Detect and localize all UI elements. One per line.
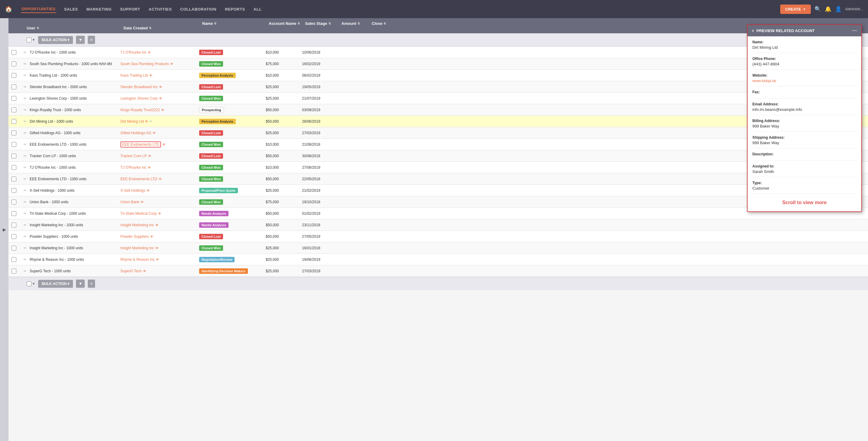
list-view-button-top[interactable]: ≡ xyxy=(88,36,95,44)
nav-item-activities[interactable]: ACTIVITIES xyxy=(148,6,173,13)
nav-item-all[interactable]: ALL xyxy=(253,6,262,13)
preview-eye-icon[interactable]: 👁 xyxy=(170,62,174,66)
row-checkbox[interactable] xyxy=(11,130,17,136)
row-account[interactable]: Insight Marketing Inc 👁 xyxy=(120,246,199,250)
account-link[interactable]: Tri-State Medical Corp xyxy=(120,211,157,216)
admin-label[interactable]: Administr... xyxy=(845,7,863,11)
row-checkbox[interactable] xyxy=(11,269,17,273)
preview-eye-icon[interactable]: 👁 xyxy=(148,166,151,169)
row-account[interactable]: SuperG Tech 👁 xyxy=(120,269,199,273)
row-account[interactable]: Tri-State Medical Corp 👁 xyxy=(120,211,199,216)
row-edit-icon[interactable]: ✏ xyxy=(24,108,30,112)
row-checkbox[interactable] xyxy=(11,257,17,262)
row-checkbox[interactable] xyxy=(11,165,17,170)
account-link[interactable]: TJ O'Rourke Inc xyxy=(120,50,147,55)
row-checkbox[interactable] xyxy=(11,61,17,66)
col-header-amount[interactable]: Amount ⇅ xyxy=(341,21,372,26)
account-link[interactable]: Slender Broadband Inc xyxy=(120,85,158,89)
preview-eye-icon[interactable]: 👁 xyxy=(161,108,164,112)
row-account[interactable]: EEE Endowments LTD 👁 xyxy=(120,142,199,147)
select-all-checkbox[interactable] xyxy=(27,37,31,42)
row-checkbox[interactable] xyxy=(11,73,17,78)
row-account[interactable]: Gifted Holdings AG 👁 xyxy=(120,131,199,135)
select-dropdown-arrow-bottom[interactable]: ▼ xyxy=(32,282,35,285)
row-account[interactable]: Slender Broadband Inc 👁 xyxy=(120,85,199,89)
row-checkbox[interactable] xyxy=(11,96,17,101)
row-edit-icon[interactable]: ✏ xyxy=(24,246,30,250)
row-edit-icon[interactable]: ✏ xyxy=(24,62,30,66)
col-header-date[interactable]: Date Created ⇅ xyxy=(123,26,202,30)
user-avatar-icon[interactable]: 👤 xyxy=(835,6,842,12)
nav-item-opportunities[interactable]: OPPORTUNITIES xyxy=(21,5,56,13)
row-account[interactable]: Dirt Mining Ltd 👁 ✏ xyxy=(120,119,199,124)
account-link[interactable]: Powder Suppliers xyxy=(120,234,149,239)
account-link[interactable]: TJ O'Rourke Inc xyxy=(120,165,147,170)
account-link[interactable]: Tracker Com LP xyxy=(120,154,147,158)
preview-eye-icon[interactable]: 👁 xyxy=(158,212,161,215)
row-edit-icon[interactable]: ✏ xyxy=(24,131,30,135)
preview-eye-icon[interactable]: 👁 xyxy=(155,246,159,250)
preview-eye-icon[interactable]: 👁 xyxy=(159,97,162,100)
preview-close-button[interactable]: — xyxy=(852,28,857,33)
row-edit-icon[interactable]: ✏ xyxy=(24,177,30,181)
preview-eye-icon[interactable]: 👁 xyxy=(150,235,153,238)
row-edit-icon[interactable]: ✏ xyxy=(24,223,30,227)
account-link[interactable]: Rhyme & Reason Inc xyxy=(120,258,155,262)
preview-eye-icon[interactable]: 👁 xyxy=(141,200,144,204)
row-edit-icon[interactable]: ✏ xyxy=(24,96,30,100)
row-checkbox[interactable] xyxy=(11,108,17,112)
nav-item-support[interactable]: SUPPORT xyxy=(120,6,141,13)
preview-eye-icon[interactable]: 👁 xyxy=(145,120,148,123)
col-header-stage[interactable]: Sales Stage ⇅ xyxy=(305,21,341,26)
row-checkbox[interactable] xyxy=(11,177,17,181)
select-all-checkbox-bottom[interactable] xyxy=(27,282,31,286)
row-edit-icon[interactable]: ✏ xyxy=(24,154,30,158)
row-account[interactable]: Kaos Trading Ltd 👁 xyxy=(120,73,199,78)
preview-eye-icon[interactable]: 👁 xyxy=(143,269,146,273)
row-edit-icon[interactable]: ✏ xyxy=(24,165,30,170)
account-link[interactable]: Kaos Trading Ltd xyxy=(120,73,148,78)
col-header-user[interactable]: User ⇅ xyxy=(27,26,123,30)
row-checkbox[interactable] xyxy=(11,234,17,239)
row-account[interactable]: South Sea Plumbing Products 👁 xyxy=(120,62,199,66)
account-link[interactable]: Union Bank xyxy=(120,200,139,204)
edit-pencil-icon[interactable]: ✏ xyxy=(150,119,152,123)
col-header-account[interactable]: Account Name ⇅ xyxy=(269,21,305,26)
row-account[interactable]: Powder Suppliers 👁 xyxy=(120,234,199,239)
preview-eye-icon[interactable]: 👁 xyxy=(155,223,159,227)
nav-item-sales[interactable]: SALES xyxy=(64,6,79,13)
row-account[interactable]: X-Sell Holdings 👁 xyxy=(120,188,199,193)
account-link[interactable]: Kings Royalty Trust2222 xyxy=(120,108,160,112)
account-link[interactable]: EEE Endowments LTD xyxy=(120,142,161,147)
preview-eye-icon[interactable]: 👁 xyxy=(149,74,153,77)
account-link[interactable]: X-Sell Holdings xyxy=(120,188,145,193)
row-checkbox[interactable] xyxy=(11,142,17,147)
row-account[interactable]: Lexington Shores Corp 👁 xyxy=(120,96,199,100)
account-link[interactable]: SuperG Tech xyxy=(120,269,142,273)
search-icon[interactable]: 🔍 xyxy=(814,6,821,12)
account-link[interactable]: EEE Endowments LTD xyxy=(120,177,157,181)
home-icon[interactable]: 🏠 xyxy=(5,5,12,13)
nav-item-marketing[interactable]: MARKETING xyxy=(86,6,112,13)
row-checkbox[interactable] xyxy=(11,188,17,193)
account-link[interactable]: Insight Marketing Inc xyxy=(120,223,154,227)
preview-eye-icon[interactable]: 👁 xyxy=(148,154,151,158)
notifications-icon[interactable]: 🔔 xyxy=(825,6,831,12)
preview-eye-icon[interactable]: 👁 xyxy=(147,189,150,192)
row-checkbox[interactable] xyxy=(11,85,17,89)
row-checkbox[interactable] xyxy=(11,211,17,216)
row-edit-icon[interactable]: ✏ xyxy=(24,73,30,78)
account-link[interactable]: Insight Marketing Inc xyxy=(120,246,154,250)
row-edit-icon[interactable]: ✏ xyxy=(24,119,30,124)
row-account[interactable]: TJ O'Rourke Inc 👁 xyxy=(120,50,199,55)
row-account[interactable]: Kings Royalty Trust2222 👁 xyxy=(120,108,199,112)
row-checkbox[interactable] xyxy=(11,153,17,158)
row-checkbox[interactable] xyxy=(11,119,17,124)
row-edit-icon[interactable]: ✏ xyxy=(24,234,30,239)
account-link[interactable]: Gifted Holdings AG xyxy=(120,131,151,135)
bulk-action-button-top[interactable]: BULK ACTION ▾ xyxy=(38,36,73,44)
nav-item-collaboration[interactable]: COLLABORATION xyxy=(180,6,217,13)
row-account[interactable]: Union Bank 👁 xyxy=(120,200,199,204)
row-edit-icon[interactable]: ✏ xyxy=(24,188,30,193)
row-account[interactable]: Rhyme & Reason Inc 👁 xyxy=(120,258,199,262)
